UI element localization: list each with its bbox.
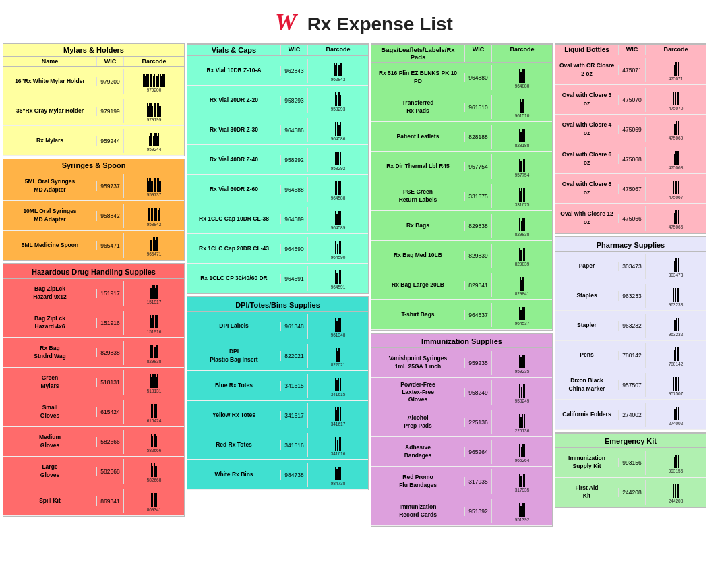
list-item: 10ML Oral SyringesMD Adapter 958842 9588…: [3, 201, 184, 231]
barcode-icon: [335, 208, 340, 225]
list-item: Powder-FreeLaxtex-FreeGloves 958249 9582…: [371, 378, 552, 407]
list-item: AlcoholPrep Pads 225136 225136: [371, 407, 552, 437]
barcode-icon: [673, 285, 678, 302]
barcode-icon: [519, 500, 524, 517]
emergency-header: Emergency Kit: [555, 433, 706, 448]
pharmacy-header: Pharmacy Supplies: [555, 237, 706, 252]
list-item: Pens 780142 780142: [555, 341, 706, 370]
barcode-icon: [673, 178, 678, 194]
list-item: ImmunizationRecord Cards 951392 951392: [371, 496, 552, 526]
barcode-icon: [673, 148, 678, 165]
list-item: California Folders 274002 274002: [555, 400, 706, 430]
barcode-icon: [519, 67, 524, 83]
pharmacy-panel: Pharmacy Supplies Paper 303473 303473 St…: [555, 236, 706, 430]
barcode-icon: [335, 119, 342, 136]
syringes-header: Syringes & Spoon: [3, 159, 184, 171]
barcode-icon: [335, 375, 340, 391]
list-item: Bag ZipLckHazard 4x6 151916 151916: [3, 308, 184, 338]
barcode-icon: [519, 411, 524, 428]
hazardous-panel: Hazardous Drug Handling Supplies Bag Zip…: [3, 263, 185, 517]
list-item: Rx 1CLC Cap 20DR CL-43 964590 964590: [187, 234, 368, 264]
barcode-icon: [673, 404, 678, 420]
barcode-icon: [148, 130, 160, 146]
liquid-panel: Liquid Bottles WIC Barcode Oval with CR …: [555, 43, 706, 234]
list-item: Rx Vial 60DR Z-60 964588 964588: [187, 175, 368, 204]
barcode-icon: [673, 452, 678, 468]
vials-panel: Vials & Caps WIC Barcode Rx Vial 10DR Z-…: [187, 43, 369, 294]
list-item: Rx Vial 40DR Z-40 958292 958292: [187, 145, 368, 175]
barcode-icon: [519, 156, 524, 172]
barcode-icon: [335, 90, 342, 106]
barcode-icon: [335, 405, 340, 421]
list-item: Oval with Closre 3 oz 475070 475070: [555, 85, 706, 115]
barcode-icon: [673, 208, 678, 224]
list-item: Stapler 963232 963232: [555, 311, 706, 341]
barcode-icon: [673, 482, 678, 498]
barcode-icon: [151, 431, 158, 447]
barcode-icon: [146, 101, 162, 117]
list-item: SmallGloves 615424 615424: [3, 397, 184, 427]
list-item: T-shirt Bags 964537 964537: [371, 300, 552, 330]
list-item: Rx Vial 30DR Z-30 964586 964586: [187, 115, 368, 145]
list-item: White Rx Bins 984738 984738: [187, 460, 368, 490]
hazardous-header: Hazardous Drug Handling Supplies: [3, 264, 184, 279]
barcode-icon: [335, 238, 340, 254]
list-item: GreenMylars 518131 518131: [3, 368, 184, 397]
barcode-icon: [673, 256, 678, 272]
barcode-icon: [519, 126, 524, 142]
barcode-icon: [335, 434, 340, 451]
barcode-icon: [335, 464, 340, 480]
barcode-icon: [673, 374, 678, 391]
list-item: Vanishpoint Syringes1mL 25GA 1 inch 9592…: [371, 348, 552, 378]
list-item: Rx BagStndrd Wag 829838 829838: [3, 338, 184, 368]
list-item: Staples 963233 963233: [555, 281, 706, 311]
list-item: Blue Rx Totes 341615 341615: [187, 371, 368, 401]
barcode-icon: [673, 59, 678, 76]
barcode-icon: [519, 185, 524, 202]
immunization-panel: Immunization Supplies Vanishpoint Syring…: [371, 333, 553, 527]
barcode-icon: [151, 461, 158, 477]
list-item: Patient Leaflets 828188 828188: [371, 122, 552, 152]
list-item: Rx Vial 10DR Z-10-A 962843 962843: [187, 56, 368, 86]
list-item: LargeGloves 582668 582668: [3, 457, 184, 486]
list-item: Spill Kit 869341 869341: [3, 486, 184, 516]
barcode-icon: [519, 245, 524, 261]
list-item: Paper 303473 303473: [555, 252, 706, 281]
list-item: Rx 1CLC Cap 10DR CL-38 964589 964589: [187, 204, 368, 234]
dpi-panel: DPI/Totes/Bins Supplies DPI Labels 96134…: [187, 296, 369, 490]
barcode-icon: [519, 304, 524, 320]
barcode-icon: [673, 119, 678, 135]
barcode-icon: [519, 471, 524, 487]
list-item: Yellow Rx Totes 341617 341617: [187, 401, 368, 430]
list-item: Rx Bag Large 20LB 829841 829841: [371, 270, 552, 300]
mylars-header: Mylars & Holders: [3, 44, 184, 56]
barcode-icon: [519, 441, 524, 457]
list-item: Red Rx Totes 341616 341616: [187, 430, 368, 460]
barcode-icon: [519, 352, 524, 368]
list-item: Oval with Closre 12 oz 475066 475066: [555, 204, 706, 233]
barcode-icon: [334, 60, 342, 76]
barcode-icon: [150, 342, 158, 358]
barcode-icon: [150, 283, 158, 299]
syringes-panel: Syringes & Spoon 5ML Oral SyringesMD Ada…: [3, 159, 185, 261]
list-item: Oval with Closre 4 oz 475069 475069: [555, 115, 706, 144]
list-item: Bag ZipLckHazard 9x12 151917 151917: [3, 279, 184, 308]
col-wic: WIC: [96, 57, 123, 66]
list-item: Rx Vial 20DR Z-20 958293 958293: [187, 86, 368, 115]
list-item: Rx 516 Plin EZ BLNKS PK 10 PD 964880 964…: [371, 63, 552, 92]
barcode-icon: [151, 490, 158, 507]
list-item: MediumGloves 582666 582666: [3, 427, 184, 457]
immunization-header: Immunization Supplies: [371, 333, 552, 348]
list-item: 16"Rx White Mylar Holder 979200 979200: [3, 67, 184, 96]
list-item: Rx Dir Thermal Lbl R45 957754 957754: [371, 152, 552, 181]
list-item: 36"Rx Gray Mylar Holder 979199 979199: [3, 96, 184, 126]
list-item: PSE GreenReturn Labels 331675 331675: [371, 181, 552, 211]
barcode-icon: [519, 382, 524, 398]
bags-panel: Bags/Leaflets/Labels/Rx Pads WIC Barcode…: [371, 43, 553, 331]
barcode-icon: [335, 179, 340, 195]
col-name: Name: [3, 57, 96, 66]
barcode-icon: [336, 345, 340, 362]
walgreens-logo: W: [275, 9, 297, 36]
barcode-icon: [520, 275, 524, 291]
barcode-icon: [520, 96, 524, 113]
